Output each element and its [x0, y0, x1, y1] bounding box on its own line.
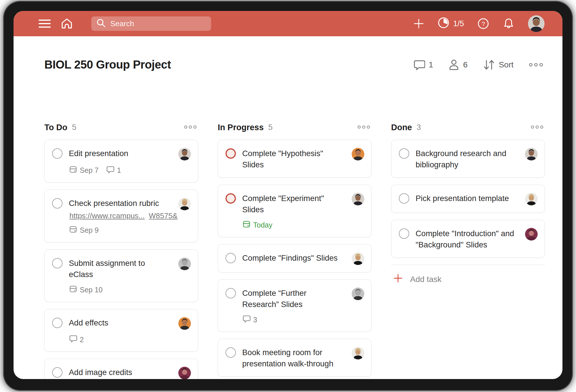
app-window: 1/5 ? BIOL 250 Group P: [14, 11, 562, 379]
task-title: Complete "Hypothesis" Slides: [242, 148, 348, 170]
assignee-avatar: [352, 347, 364, 359]
task-title: Edit presentation: [69, 148, 175, 159]
user-avatar[interactable]: [528, 15, 545, 32]
task-title: Complete "Findings" Slides: [242, 252, 348, 264]
task-checkbox[interactable]: [399, 148, 409, 159]
task-title: Submit assignment to eClass: [69, 257, 175, 280]
comment-icon: [107, 166, 114, 175]
task-checkbox[interactable]: [52, 258, 62, 268]
task-title: Add effects: [69, 317, 175, 328]
task-card[interactable]: Submit assignment to eClassSep 10: [44, 249, 198, 302]
task-checkbox[interactable]: [52, 367, 62, 378]
hamburger-menu-icon[interactable]: [38, 19, 51, 29]
comment-icon: [243, 315, 251, 324]
task-title: Background research and bibliography: [416, 148, 522, 170]
column-options-icon[interactable]: [357, 124, 370, 131]
task-title: Check presentation rubric: [69, 198, 175, 209]
calendar-icon: [69, 166, 77, 175]
person-icon: [448, 59, 460, 71]
task-checkbox[interactable]: [52, 318, 62, 328]
task-card[interactable]: Complete "Introduction" and "Background"…: [391, 220, 545, 258]
search-bar[interactable]: [91, 16, 211, 31]
project-options-button[interactable]: [528, 62, 543, 68]
notifications-bell-icon[interactable]: [503, 17, 515, 30]
calendar-icon: [243, 220, 251, 230]
task-card[interactable]: Add image credits: [44, 359, 198, 379]
column-count: 3: [417, 123, 421, 132]
assignee-avatar: [352, 148, 364, 160]
column-count: 5: [268, 123, 273, 132]
productivity-counter[interactable]: 1/5: [437, 17, 464, 31]
task-link[interactable]: https://www.rcampus...: [69, 211, 145, 220]
comment-count: 2: [69, 335, 84, 344]
project-comments-count: 1: [429, 60, 433, 69]
due-date: Sep 7: [69, 166, 98, 175]
help-icon[interactable]: ?: [477, 18, 489, 30]
search-icon: [96, 18, 106, 29]
sort-button[interactable]: Sort: [483, 59, 514, 71]
task-title: Complete “Further Research” Slides: [242, 287, 348, 310]
project-comments-button[interactable]: 1: [414, 59, 433, 70]
column-header: To Do5: [44, 123, 198, 132]
assignee-avatar: [352, 193, 364, 205]
task-checkbox[interactable]: [399, 193, 409, 204]
task-title: Add image credits: [69, 367, 175, 378]
task-card[interactable]: Background research and bibliography: [391, 140, 545, 178]
task-checkbox[interactable]: [226, 148, 236, 159]
home-icon[interactable]: [61, 18, 73, 29]
task-card[interactable]: Complete "Findings" Slides: [218, 244, 372, 272]
comment-icon: [414, 59, 425, 70]
due-date: Today: [243, 220, 272, 230]
project-members-button[interactable]: 6: [448, 59, 468, 71]
sort-label: Sort: [499, 60, 514, 69]
task-checkbox[interactable]: [226, 193, 236, 204]
task-card[interactable]: Complete "Experiment" SlidesToday: [218, 185, 372, 237]
assignee-avatar: [178, 198, 191, 210]
task-title: Book meeting room for presentation walk-…: [242, 347, 348, 369]
board-column-done: Done3Background research and bibliograph…: [391, 123, 545, 379]
task-card[interactable]: Book meeting room for presentation walk-…: [218, 339, 372, 377]
task-card[interactable]: Edit presentationSep 71: [44, 140, 198, 183]
task-card[interactable]: Check presentation rubrichttps://www.rca…: [44, 190, 198, 243]
project-header: BIOL 250 Group Project 1: [14, 36, 562, 71]
task-checkbox[interactable]: [399, 228, 409, 239]
assignee-avatar: [352, 287, 364, 300]
task-checkbox[interactable]: [226, 253, 236, 263]
assignee-avatar: [178, 257, 191, 270]
task-card[interactable]: Pick presentation template: [391, 185, 545, 213]
column-options-icon[interactable]: [184, 124, 197, 131]
three-dots-icon: [528, 62, 543, 68]
assignee-avatar: [525, 193, 538, 205]
sort-arrows-icon: [483, 59, 495, 71]
assignee-avatar: [525, 228, 538, 240]
task-link[interactable]: W8575&: [149, 211, 178, 220]
column-name: In Progress: [218, 123, 264, 132]
add-task-button[interactable]: Add task: [391, 274, 545, 285]
column-count: 5: [72, 123, 76, 132]
task-card[interactable]: Add effects2: [44, 309, 198, 352]
task-card[interactable]: Complete “Further Research” Slides3: [218, 279, 372, 332]
screenshot-stage: 1/5 ? BIOL 250 Group P: [0, 0, 576, 392]
task-title: Complete "Introduction" and "Background"…: [416, 228, 522, 250]
project-members-count: 6: [463, 60, 468, 69]
pie-clock-icon: [437, 17, 450, 31]
board-column-in-progress: In Progress5Complete "Hypothesis" Slides…: [218, 123, 372, 379]
task-checkbox[interactable]: [52, 148, 62, 159]
topbar: 1/5 ?: [14, 11, 562, 36]
kanban-board: To Do5Edit presentationSep 71Check prese…: [44, 123, 545, 379]
task-title: Complete "Experiment" Slides: [242, 193, 348, 215]
column-options-icon[interactable]: [530, 124, 544, 131]
task-links: https://www.rcampus...W8575&: [69, 211, 191, 220]
task-checkbox[interactable]: [226, 347, 236, 358]
comment-count: 3: [243, 315, 257, 324]
task-checkbox[interactable]: [52, 198, 62, 209]
add-icon[interactable]: [413, 18, 424, 29]
column-name: To Do: [44, 123, 67, 132]
search-input[interactable]: [110, 19, 206, 28]
assignee-avatar: [178, 317, 191, 330]
board-column-to-do: To Do5Edit presentationSep 71Check prese…: [44, 123, 198, 379]
task-card[interactable]: Complete "Hypothesis" Slides: [218, 140, 372, 178]
comment-count: 1: [107, 166, 121, 175]
task-checkbox[interactable]: [226, 288, 236, 298]
calendar-icon: [69, 285, 77, 295]
